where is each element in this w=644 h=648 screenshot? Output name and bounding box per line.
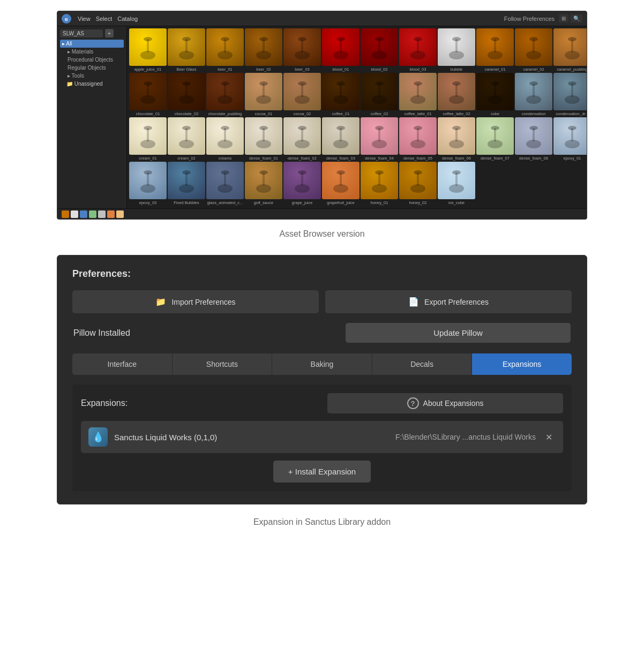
expansion-emoji: 💧 — [92, 431, 104, 443]
tree-item-regular[interactable]: Regular Objects — [60, 64, 124, 72]
grid-item[interactable]: honey_01 — [361, 162, 398, 205]
search-btn[interactable]: 🔍 — [571, 14, 582, 22]
grid-item[interactable]: ice_cube — [438, 162, 475, 205]
import-preferences-btn[interactable]: 📁 Import Preferences — [72, 290, 319, 313]
grid-thumb — [129, 73, 167, 110]
grid-item[interactable]: chocolate_pudding — [206, 73, 244, 116]
grid-item[interactable]: epoxy_01 — [553, 117, 587, 161]
grid-thumb — [245, 117, 282, 155]
grid-item[interactable]: Fixed Bubbles — [168, 162, 205, 205]
expansions-label: Expansions: — [81, 398, 128, 408]
svg-point-94 — [295, 140, 310, 148]
grid-label: grapefruit_juice — [327, 200, 354, 205]
grid-item[interactable]: cocoa_02 — [283, 73, 321, 116]
grid-item[interactable]: bubble — [438, 28, 475, 72]
export-preferences-btn[interactable]: 📄 Export Preferences — [325, 290, 572, 313]
grid-item[interactable]: caramel_01 — [476, 28, 514, 72]
menu-select[interactable]: Select — [96, 16, 113, 22]
grid-label: glass_animated_c... — [207, 200, 243, 205]
grid-item[interactable]: coke — [476, 73, 514, 116]
grid-item[interactable]: coffee_latte_01 — [399, 73, 437, 116]
svg-rect-24 — [417, 39, 419, 52]
tree-item-procedural[interactable]: Procedural Objects — [60, 56, 124, 64]
tab-expansions[interactable]: Expansions — [472, 353, 572, 375]
grid-item[interactable]: coffee_01 — [322, 73, 360, 116]
grid-item[interactable]: grape_juice — [283, 162, 321, 205]
grid-item[interactable]: dense_foam_04 — [361, 117, 398, 161]
grid-item[interactable]: dense_foam_01 — [245, 117, 282, 161]
grid-thumb — [206, 28, 244, 66]
grid-item[interactable]: dense_foam_03 — [322, 117, 360, 161]
add-library-btn[interactable]: + — [105, 29, 114, 37]
grid-item[interactable]: creams — [206, 117, 244, 161]
grid-thumb — [399, 162, 437, 199]
tree-item-materials[interactable]: ▸ Materials — [60, 48, 124, 56]
preferences-title: Preferences: — [72, 268, 572, 280]
grid-label: Fixed Bubbles — [174, 200, 199, 205]
grid-item[interactable]: golf_sauce — [245, 162, 282, 205]
expansion-remove-btn[interactable]: ✕ — [542, 431, 556, 443]
grid-view-btn[interactable]: ⊞ — [559, 14, 568, 22]
grid-item[interactable]: dense_foam_05 — [399, 117, 437, 161]
grid-label: creams — [219, 156, 232, 161]
grid-item[interactable]: chocolate_02 — [168, 73, 205, 116]
grid-item[interactable]: cream_02 — [168, 117, 205, 161]
asset-sidebar: + ▸ All ▸ Materials Procedural Objects R… — [57, 26, 127, 208]
grid-item[interactable]: blood_03 — [399, 28, 437, 72]
grid-item[interactable]: coffee_02 — [361, 73, 398, 116]
grid-item[interactable]: blood_01 — [322, 28, 360, 72]
grid-item[interactable]: blood_02 — [361, 28, 398, 72]
install-expansion-btn[interactable]: + Install Expansion — [273, 461, 371, 483]
grid-item[interactable]: grapefruit_juice — [322, 162, 360, 205]
grid-item[interactable]: caramel_pudding — [553, 28, 587, 72]
menu-catalog[interactable]: Catalog — [117, 16, 138, 22]
grid-item[interactable]: beer_01 — [206, 28, 244, 72]
grid-item[interactable]: beer_03 — [283, 28, 321, 72]
grid-item[interactable]: condensation — [515, 73, 552, 116]
tree-item-unassigned[interactable]: 📁 Unassigned — [60, 80, 124, 88]
grid-item[interactable]: epoxy_03 — [129, 162, 167, 205]
grid-item[interactable]: dense_foam_06 — [438, 117, 475, 161]
expansion-item: 💧 Sanctus Liquid Works (0,1,0) F:\Blende… — [81, 421, 563, 453]
grid-item[interactable]: chocolate_01 — [129, 73, 167, 116]
grid-item[interactable]: glass_animated_c... — [206, 162, 244, 205]
grid-label: apple_juice_01 — [134, 67, 161, 72]
grid-item[interactable]: coffee_latte_02 — [438, 73, 475, 116]
grid-item[interactable]: condensation_dr... — [553, 73, 587, 116]
svg-rect-93 — [301, 128, 303, 141]
grid-item[interactable]: dense_foam_07 — [476, 117, 514, 161]
menu-view[interactable]: View — [78, 16, 91, 22]
grid-thumb — [438, 28, 475, 66]
svg-point-124 — [179, 184, 194, 193]
grid-item[interactable]: dense_foam_08 — [515, 117, 552, 161]
grid-thumb — [361, 73, 398, 110]
library-name-input[interactable] — [60, 29, 103, 37]
grid-item[interactable]: cocoa_01 — [245, 73, 282, 116]
grid-thumb — [322, 117, 360, 155]
svg-point-16 — [295, 51, 310, 59]
about-expansions-btn[interactable]: ? About Expansions — [327, 393, 563, 413]
tree-item-all[interactable]: ▸ All — [60, 40, 124, 48]
update-pillow-btn[interactable]: Update Pillow — [346, 323, 571, 343]
grid-item[interactable]: cream_01 — [129, 117, 167, 161]
grid-label: condensation_dr... — [556, 111, 587, 116]
grid-item[interactable]: honey_02 — [399, 162, 437, 205]
tab-interface[interactable]: Interface — [72, 353, 173, 375]
tree-item-tools[interactable]: ▸ Tools — [60, 72, 124, 80]
grid-item[interactable]: dense_foam_02 — [283, 117, 321, 161]
svg-point-58 — [333, 95, 348, 104]
tab-decals[interactable]: Decals — [372, 353, 473, 375]
grid-thumb — [476, 73, 514, 110]
tab-baking[interactable]: Baking — [272, 353, 372, 375]
grid-item[interactable]: Beer Glass — [168, 28, 205, 72]
grid-thumb — [283, 73, 321, 110]
grid-item[interactable]: apple_juice_01 — [129, 28, 167, 72]
tab-shortcuts[interactable]: Shortcuts — [173, 353, 273, 375]
asset-browser-topbar: B View Select Catalog Follow Preferences… — [57, 11, 587, 26]
grid-item[interactable]: beer_02 — [245, 28, 282, 72]
svg-rect-42 — [147, 84, 149, 97]
svg-rect-66 — [455, 84, 458, 97]
grid-item[interactable]: caramel_02 — [515, 28, 552, 72]
grid-label: bubble — [451, 67, 463, 72]
grid-thumb — [361, 162, 398, 199]
